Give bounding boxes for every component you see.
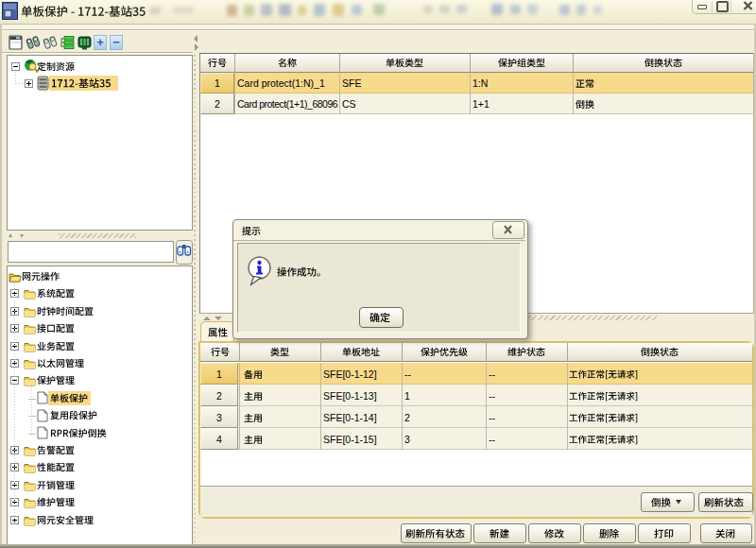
svg-text:+: + xyxy=(96,35,104,49)
svg-text:−: − xyxy=(112,35,120,49)
